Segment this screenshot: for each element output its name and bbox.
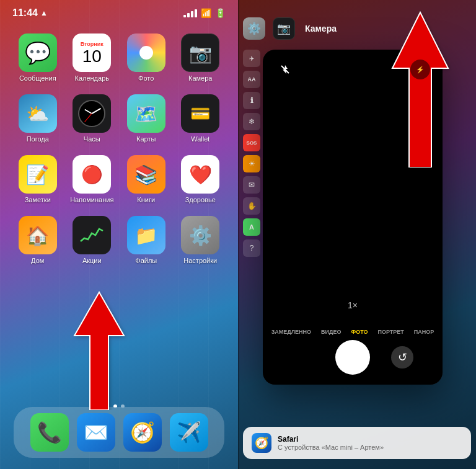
messages-icon: 💬 [19,34,57,72]
photos-label: Фото [138,74,154,82]
health-label: Здоровье [185,196,216,203]
flash-off-btn[interactable] [275,60,295,79]
weather-label: Погода [27,135,49,143]
home-screen: 11:44 ▲ 📶 🔋 💬 Сообщения Вторник [0,0,238,469]
app-switcher: ⚙️ 📷 Камера ✈ AA ℹ ❄ SOS ☀ ✉ ✋ A ? ⚡ [238,0,476,469]
message-btn[interactable]: ✉ [243,176,260,194]
question-btn[interactable]: ? [243,239,260,257]
files-label: Файлы [135,257,157,264]
calendar-label: Календарь [74,74,109,82]
mode-photo[interactable]: ФОТО [351,329,368,335]
app-maps[interactable]: 🗺️ Карты [122,94,170,143]
reminders-icon: 🔴 [73,155,111,194]
wallet-label: Wallet [191,135,209,143]
snowflake-btn[interactable]: ❄ [243,113,260,130]
books-icon: 📚 [127,155,165,194]
maps-label: Карты [136,135,156,143]
weather-icon: ⛅ [19,94,57,133]
signal-icon [183,9,197,17]
notes-icon: 📝 [19,155,57,194]
home-icon: 🏠 [19,216,57,254]
mode-video[interactable]: ВИДЕО [321,329,341,335]
mode-slow[interactable]: ЗАМЕДЛЕННО [271,329,311,335]
camera-modes: ЗАМЕДЛЕННО ВИДЕО ФОТО ПОРТРЕТ ПАНОР [263,329,443,335]
settings-icon: ⚙️ [181,216,219,254]
stocks-chart-graphic [79,226,104,244]
app-books[interactable]: 📚 Книги [122,155,170,203]
files-icon: 📁 [127,216,165,254]
books-label: Книги [137,196,155,203]
app-messages[interactable]: 💬 Сообщения [14,34,62,82]
home-label: Дом [31,257,44,264]
app-health[interactable]: ❤️ Здоровье [177,155,225,203]
app-photos[interactable]: Фото [122,34,170,82]
camera-flip-button[interactable]: ↺ [391,346,413,368]
svg-marker-3 [283,65,288,74]
notification-safari-icon: 🧭 [252,433,271,453]
calendar-icon: Вторник 10 [73,34,111,72]
app-calendar[interactable]: Вторник 10 Календарь [68,34,117,82]
settings-label: Настройки [183,257,217,264]
app-camera[interactable]: 📷 Камера [177,34,225,82]
accessibility-btn[interactable]: A [243,218,260,236]
app-settings[interactable]: ⚙️ Настройки [177,216,225,264]
app-stocks[interactable]: Акции [68,216,117,264]
app-home[interactable]: 🏠 Дом [14,216,62,264]
app-reminders[interactable]: 🔴 Напоминания [68,155,117,203]
swipe-up-arrow-left [62,286,136,410]
app-grid: 💬 Сообщения Вторник 10 Календарь Фото [0,25,238,273]
info-btn[interactable]: ℹ [243,92,260,109]
messages-label: Сообщения [19,74,56,82]
camera-bottom-controls: ↺ [263,340,443,375]
hand-btn[interactable]: ✋ [243,197,260,215]
status-bar: 11:44 ▲ 📶 🔋 [0,0,238,22]
telegram-icon: ✈️ [170,413,208,452]
phone-icon: 📞 [30,413,69,452]
airplane-btn[interactable]: ✈ [243,50,260,67]
clock-label: Часы [84,135,100,143]
camera-top-controls: ⚡ [263,50,443,89]
aa-btn[interactable]: AA [243,71,260,88]
maps-icon: 🗺️ [127,94,165,133]
clock-face [78,100,105,127]
app-notes[interactable]: 📝 Заметки [14,155,62,203]
camera-label: Камера [188,74,212,82]
second-hand [84,114,92,122]
sos-btn[interactable]: SOS [243,134,260,151]
app-wallet[interactable]: 💳 Wallet [177,94,225,143]
switcher-camera-icon[interactable]: 📷 [273,17,295,40]
switcher-settings-icon[interactable]: ⚙️ [243,17,265,40]
app-weather[interactable]: ⛅ Погода [14,94,62,143]
stocks-icon [73,216,111,254]
stocks-label: Акции [82,257,102,264]
switcher-top-apps: ⚙️ 📷 Камера [243,17,337,40]
mail-icon: ✉️ [77,413,115,452]
photos-icon [127,34,165,72]
battery-icon: 🔋 [215,8,226,18]
app-files[interactable]: 📁 Файлы [122,216,170,264]
reminders-label: Напоминания [70,196,113,203]
app-clock[interactable]: Часы [68,94,117,143]
notes-label: Заметки [25,196,51,203]
mode-portrait[interactable]: ПОРТРЕТ [377,329,403,335]
notification-content: Safari С устройства «Mac mini – Артем» [278,435,462,451]
notification-subtitle: С устройства «Mac mini – Артем» [278,444,462,451]
notification-banner[interactable]: 🧭 Safari С устройства «Mac mini – Артем» [243,427,471,459]
safari-icon: 🧭 [123,413,162,452]
clock-icon [73,94,111,133]
panel-divider [238,0,239,469]
dock-phone[interactable]: 📞 [30,413,69,452]
location-icon: ▲ [40,9,48,17]
switcher-camera-label: Камера [305,24,337,34]
dock-mail[interactable]: ✉️ [77,413,115,452]
brightness-btn[interactable]: ☀ [243,155,260,172]
dock-telegram[interactable]: ✈️ [170,413,208,452]
control-strip: ✈ AA ℹ ❄ SOS ☀ ✉ ✋ A ? [243,50,260,257]
status-icons: 📶 🔋 [183,8,226,18]
status-time: 11:44 [12,7,38,19]
wallet-icon: 💳 [181,94,219,133]
dock-safari[interactable]: 🧭 [123,413,162,452]
shutter-button[interactable] [335,340,370,375]
flash-auto-btn[interactable]: ⚡ [410,60,430,79]
mode-pano[interactable]: ПАНОР [414,329,434,335]
